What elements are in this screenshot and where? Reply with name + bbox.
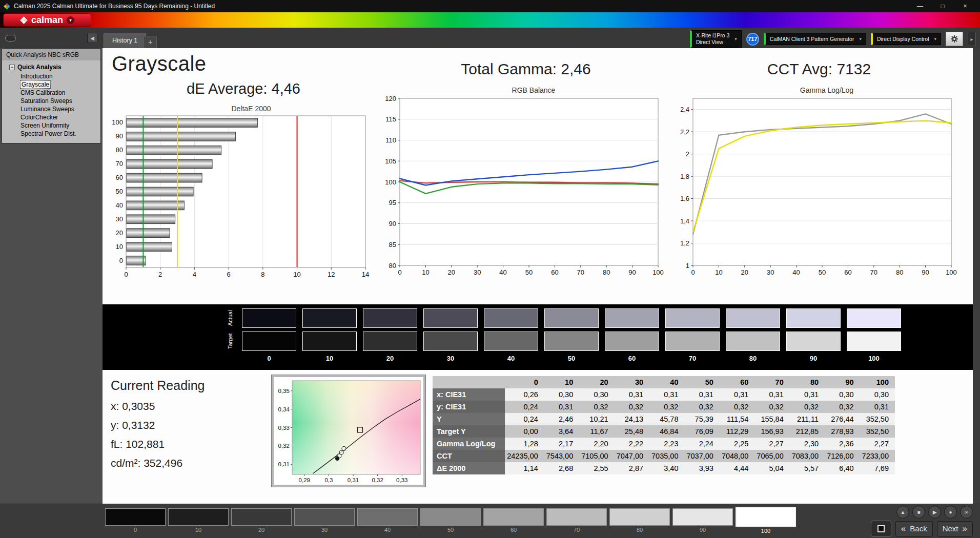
panel-expand-button[interactable]: ▸: [968, 32, 976, 46]
calman-logo[interactable]: calman ▾: [3, 13, 91, 27]
sidebar-item-saturation-sweeps[interactable]: Saturation Sweeps: [2, 97, 100, 105]
pattern-button-50[interactable]: 50: [420, 508, 481, 533]
pattern-generator-dropdown[interactable]: CalMAN Client 3 Pattern Generator ▾: [764, 33, 866, 45]
sidebar-item-colorchecker[interactable]: ColorChecker: [2, 113, 100, 121]
column-header: 50: [684, 376, 719, 388]
play-button[interactable]: ▶: [928, 506, 941, 519]
sidebar-item-screen-uniformity[interactable]: Screen Uniformity: [2, 121, 100, 130]
tab-history-1[interactable]: History 1: [104, 33, 146, 48]
current-reading-lines: x: 0,3035y: 0,3132fL: 102,881cd/m²: 352,…: [111, 400, 264, 469]
eject-button[interactable]: ▲: [896, 506, 909, 519]
svg-text:30: 30: [474, 268, 481, 276]
svg-text:10: 10: [116, 243, 123, 251]
pattern-button-60[interactable]: 60: [483, 508, 544, 533]
column-header: 20: [579, 376, 614, 388]
grayscale-swatch-strip: ActualTarget0102030405060708090100: [103, 304, 973, 370]
settings-gear-button[interactable]: [946, 32, 963, 46]
chevron-down-icon: ▾: [859, 36, 862, 42]
column-header: 60: [720, 376, 754, 388]
add-tab-button[interactable]: +: [144, 36, 157, 48]
pattern-button-90[interactable]: 90: [672, 508, 733, 533]
svg-text:100: 100: [112, 118, 123, 126]
svg-text:1,4: 1,4: [680, 217, 689, 225]
charts-row: Grayscale dE Average: 4,46 DeltaE 2000 0…: [103, 48, 973, 304]
svg-text:80: 80: [896, 268, 903, 276]
results-table: 0102030405060708090100x: CIE310,260,300,…: [433, 376, 895, 474]
target-swatch-20: [363, 332, 417, 351]
loop-button[interactable]: ∞: [960, 506, 973, 519]
actual-swatch-100: [847, 308, 901, 328]
svg-text:12: 12: [328, 271, 335, 278]
pattern-button-70[interactable]: 70: [546, 508, 607, 533]
target-swatch-80: [726, 332, 780, 351]
svg-text:50: 50: [819, 268, 826, 276]
svg-text:90: 90: [116, 132, 123, 140]
target-swatch-50: [544, 332, 599, 351]
current-x: x: 0,3035: [111, 400, 264, 412]
pattern-button-20[interactable]: 20: [231, 508, 292, 533]
pattern-window-button[interactable]: [871, 521, 891, 537]
column-header: 70: [754, 376, 789, 388]
logo-menu-chevron-icon[interactable]: ▾: [67, 16, 74, 24]
workflow-tree: − Quick Analysis IntroductionGrayscaleCM…: [2, 60, 100, 143]
target-swatch-60: [605, 332, 659, 351]
table-row: Gamma Log/Log1,282,172,202,222,232,242,2…: [433, 438, 895, 450]
sidebar-item-luminance-sweeps[interactable]: Luminance Sweeps: [2, 105, 100, 113]
device-controls: X-Rite i1Pro 3 Direct View ▾ 717 CalMAN …: [690, 30, 976, 48]
sidebar-item-spectral-power-dist[interactable]: Spectral Power Dist.: [2, 130, 100, 138]
actual-swatch-50: [544, 308, 599, 328]
svg-text:40: 40: [499, 268, 506, 276]
target-swatch-70: [665, 332, 720, 351]
sidebar-item-cms-calibration[interactable]: CMS Calibration: [2, 89, 100, 97]
page-title: Grayscale: [112, 52, 379, 75]
workflow-title: Quick Analysis NBC sRGB: [2, 49, 100, 60]
target-swatch-10: [302, 332, 357, 351]
calman-diamond-icon: [20, 16, 28, 24]
maximize-button[interactable]: □: [931, 0, 954, 12]
svg-text:90: 90: [628, 268, 636, 276]
current-reading-panel: Current Reading x: 0,3035y: 0,3132fL: 10…: [111, 375, 264, 487]
pattern-button-0[interactable]: 0: [105, 508, 166, 533]
next-button[interactable]: Next »: [937, 521, 973, 536]
meter-count-badge[interactable]: 717: [746, 33, 759, 46]
svg-text:1,2: 1,2: [680, 239, 689, 247]
target-swatch-0: [242, 332, 296, 351]
actual-swatch-70: [665, 308, 720, 328]
pattern-button-100[interactable]: 100: [736, 508, 796, 534]
column-header: 30: [615, 376, 649, 388]
svg-text:100: 100: [946, 268, 957, 276]
app-logo-icon: [4, 3, 10, 10]
target-swatch-100: [847, 332, 901, 351]
target-swatch-90: [786, 332, 841, 351]
meter-mode: Direct View: [696, 39, 729, 46]
deltae-chart-title: DeltaE 2000: [123, 105, 379, 113]
workflow-oval-button[interactable]: [5, 35, 16, 42]
record-button[interactable]: ●: [944, 506, 957, 519]
sidebar-collapse-button[interactable]: ◀: [87, 33, 97, 43]
sidebar-item-introduction[interactable]: Introduction: [2, 72, 100, 80]
level-label: 90: [786, 355, 841, 365]
pattern-button-10[interactable]: 10: [168, 508, 229, 533]
close-button[interactable]: ×: [954, 0, 976, 12]
table-row: Target Y0,003,6411,6725,4846,8476,09112,…: [433, 425, 895, 438]
back-button[interactable]: « Back: [895, 521, 933, 536]
svg-text:100: 100: [385, 178, 396, 186]
sidebar-item-grayscale[interactable]: Grayscale: [2, 80, 100, 89]
meter-dropdown[interactable]: X-Rite i1Pro 3 Direct View ▾: [690, 30, 742, 48]
actual-swatch-90: [786, 308, 841, 328]
pattern-button-80[interactable]: 80: [609, 508, 670, 533]
svg-text:0,31: 0,31: [278, 461, 290, 467]
pattern-button-30[interactable]: 30: [294, 508, 355, 533]
tree-collapse-icon[interactable]: −: [9, 65, 15, 70]
svg-text:60: 60: [844, 268, 851, 276]
svg-text:20: 20: [116, 229, 123, 237]
svg-text:50: 50: [525, 268, 533, 276]
minimize-button[interactable]: —: [909, 0, 931, 12]
sidebar-root-quick-analysis[interactable]: − Quick Analysis: [2, 63, 100, 72]
actual-swatch-0: [242, 308, 296, 328]
stop-button[interactable]: ■: [912, 506, 925, 519]
svg-text:0,34: 0,34: [278, 406, 290, 412]
actual-swatch-60: [605, 308, 659, 328]
display-control-dropdown[interactable]: Direct Display Control ▾: [871, 33, 941, 45]
pattern-button-40[interactable]: 40: [357, 508, 418, 533]
